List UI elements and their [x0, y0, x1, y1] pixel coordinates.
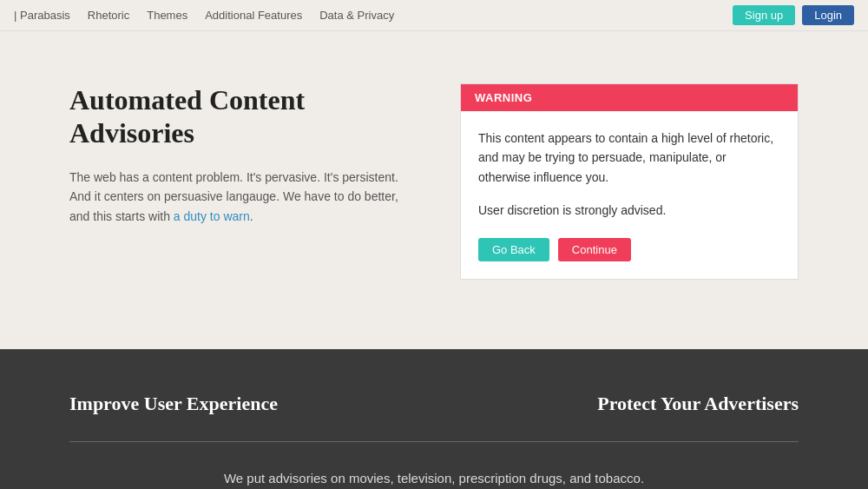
nav-links: Rhetoric Themes Additional Features Data…: [88, 9, 733, 22]
warning-buttons: Go Back Continue: [478, 238, 780, 261]
footer-heading-1: Improve User Experience: [69, 393, 278, 415]
footer-col-1: Improve User Experience: [69, 393, 278, 415]
footer-body: We put advisories on movies, television,…: [217, 468, 651, 489]
duty-to-warn-link[interactable]: a duty to warn: [174, 209, 250, 223]
login-button[interactable]: Login: [802, 5, 854, 25]
nav-actions: Sign up Login: [733, 5, 854, 25]
left-content: Automated Content Advisories The web has…: [69, 83, 408, 226]
nav-link-data-privacy[interactable]: Data & Privacy: [319, 9, 394, 22]
nav-link-additional-features[interactable]: Additional Features: [205, 9, 302, 22]
nav-brand: | Parabasis: [14, 9, 70, 22]
continue-button[interactable]: Continue: [558, 238, 631, 261]
footer-top: Improve User Experience Protect Your Adv…: [69, 393, 799, 415]
warning-box: WARNING This content appears to contain …: [460, 83, 799, 280]
footer-section: Improve User Experience Protect Your Adv…: [0, 349, 868, 489]
navbar: | Parabasis Rhetoric Themes Additional F…: [0, 0, 868, 31]
footer-heading-2: Protect Your Advertisers: [597, 393, 799, 415]
footer-col-2: Protect Your Advertisers: [597, 393, 799, 415]
main-description: The web has a content problem. It's perv…: [69, 168, 408, 226]
nav-link-rhetoric[interactable]: Rhetoric: [88, 9, 129, 22]
description-end: .: [250, 209, 253, 223]
main-section: Automated Content Advisories The web has…: [0, 31, 868, 349]
go-back-button[interactable]: Go Back: [478, 238, 549, 261]
nav-link-themes[interactable]: Themes: [147, 9, 187, 22]
warning-body: This content appears to contain a high l…: [461, 111, 798, 279]
main-heading: Automated Content Advisories: [69, 83, 408, 150]
warning-message-2: User discretion is strongly advised.: [478, 201, 780, 220]
signup-button[interactable]: Sign up: [733, 5, 795, 25]
warning-header: WARNING: [461, 84, 798, 111]
warning-message-1: This content appears to contain a high l…: [478, 129, 780, 187]
footer-body-text: We put advisories on movies, television,…: [217, 468, 651, 489]
footer-divider: [69, 441, 799, 442]
